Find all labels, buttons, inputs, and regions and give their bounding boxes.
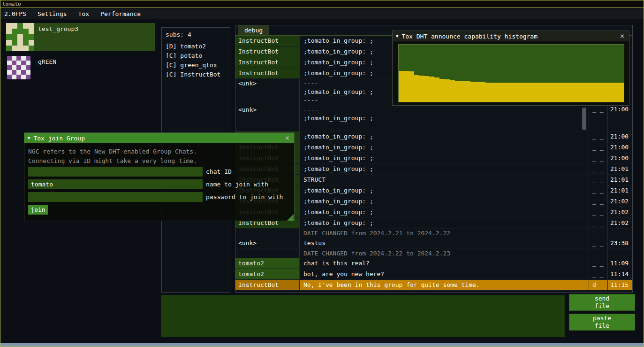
close-icon[interactable]: × xyxy=(619,32,626,40)
join-password-label: password to join with xyxy=(206,193,283,200)
date-separator-text: DATE CHANGED from 2024.2.22 to 2024.2.23 xyxy=(300,249,589,258)
message-time: 11:15 xyxy=(607,280,632,290)
message-row[interactable]: InstructBot;tomato_in_group: ;_ _21:00 xyxy=(235,142,632,153)
histogram-bar xyxy=(614,83,619,102)
message-flags: _ _ xyxy=(589,258,607,269)
menu-item-settings[interactable]: Settings xyxy=(32,10,73,17)
paste-file-button[interactable]: paste file xyxy=(569,314,635,331)
histogram-bar xyxy=(593,83,598,102)
message-row[interactable]: tomato2bot, are you new here?_ _11:14 xyxy=(235,269,632,280)
collapse-arrow-icon[interactable]: ▼ xyxy=(396,34,398,39)
message-row[interactable]: <unk>---- ;tomato_in_group: ; ----_ _21:… xyxy=(235,105,632,131)
message-time: 21:00 xyxy=(607,105,632,131)
menu: SettingsToxPerformance xyxy=(32,8,146,19)
join-name-input[interactable] xyxy=(28,179,203,189)
histogram-bar xyxy=(429,77,434,102)
message-row[interactable]: InstructBot;tomato_in_group: ;_ _21:02 xyxy=(235,218,632,229)
message-flags: _ _ xyxy=(589,164,607,174)
histogram-bar xyxy=(516,83,522,102)
chat-scrollbar-thumb[interactable] xyxy=(582,108,586,130)
join-group-window: ▼ Tox join Group × NGC refers to the New… xyxy=(24,132,295,221)
message-flags: _ _ xyxy=(589,131,607,142)
message-text: No, I've been in this group for quite so… xyxy=(300,280,589,290)
menu-item-tox[interactable]: Tox xyxy=(73,10,95,17)
group-item-gREEN[interactable]: gREEN xyxy=(4,56,155,79)
histogram-bar xyxy=(491,83,496,102)
join-window-titlebar[interactable]: ▼ Tox join Group × xyxy=(24,133,294,143)
join-window-body: NGC refers to the New DHT enabled Group … xyxy=(24,143,294,221)
histogram-bar xyxy=(522,83,527,102)
message-row[interactable]: InstructBotSTRUCT_ _21:01 xyxy=(235,175,632,185)
group-item-test_group3[interactable]: test_group3 xyxy=(4,23,155,51)
histogram-bar xyxy=(527,83,532,102)
histogram-window-titlebar[interactable]: ▼ Tox DHT announce capability histogram … xyxy=(393,31,629,41)
histogram-bar xyxy=(578,83,583,102)
message-row[interactable]: InstructBot;tomato_in_group: ;_ _21:00 xyxy=(235,131,632,142)
member-item[interactable]: [C] green_qtox xyxy=(166,61,230,70)
join-password-input[interactable] xyxy=(28,192,203,202)
message-row[interactable]: <unk>testus_ _23:38 xyxy=(235,238,632,249)
members-count: subs: 4 xyxy=(166,31,230,38)
send-file-button[interactable]: send file xyxy=(569,294,635,311)
message-flags: _ _ xyxy=(589,196,607,207)
message-time: 21:00 xyxy=(607,131,632,142)
tab-debug[interactable]: debug xyxy=(238,25,269,35)
message-row[interactable]: InstructBot;tomato_in_group: ;_ _21:02 xyxy=(235,196,632,207)
group-avatar xyxy=(4,23,34,51)
window-title: tomato xyxy=(2,1,21,7)
message-text: ;tomato_in_group: ; xyxy=(300,218,589,228)
message-row[interactable]: InstructBot;tomato_in_group: ;_ _21:02 xyxy=(235,207,632,218)
message-sender: <unk> xyxy=(235,238,300,248)
histogram-bar xyxy=(414,75,419,102)
message-input[interactable] xyxy=(161,295,565,337)
message-text: ;tomato_in_group: ; xyxy=(300,185,589,196)
histogram-bar xyxy=(485,83,491,102)
menu-item-performance[interactable]: Performance xyxy=(95,10,146,17)
chat-id-input[interactable] xyxy=(28,167,203,177)
group-name: test_group3 xyxy=(38,25,78,32)
message-time: 21:01 xyxy=(607,164,632,174)
histogram-bar xyxy=(557,83,562,102)
message-row[interactable]: InstructBot;tomato_in_group: ;_ _21:00 xyxy=(235,153,632,164)
message-time xyxy=(607,229,632,238)
join-hint-line: NGC refers to the New DHT enabled Group … xyxy=(28,147,290,156)
histogram-bar xyxy=(603,83,608,102)
message-flags: _ _ xyxy=(589,269,607,279)
collapse-arrow-icon[interactable]: ▼ xyxy=(28,136,30,140)
message-row[interactable]: tomato2chat is this real?_ _11:09 xyxy=(235,258,632,269)
chat-id-label: chat ID xyxy=(206,168,232,175)
histogram-bar xyxy=(434,77,439,102)
message-row[interactable]: InstructBotNo, I've been in this group f… xyxy=(235,280,632,291)
histogram-bar xyxy=(511,83,516,102)
join-button[interactable]: join xyxy=(28,205,48,215)
member-item[interactable]: [C] InstructBot xyxy=(166,70,230,79)
member-item[interactable]: [D] tomato2 xyxy=(166,42,230,51)
histogram-bar xyxy=(424,76,430,102)
message-sender: tomato2 xyxy=(235,269,300,279)
message-time: 21:01 xyxy=(607,175,632,185)
close-icon[interactable]: × xyxy=(284,134,291,142)
histogram-bar xyxy=(573,83,578,102)
date-separator-row[interactable]: DATE CHANGED from 2024.2.21 to 2024.2.22 xyxy=(235,229,632,238)
message-row[interactable]: InstructBot;tomato_in_group: ;_ _21:01 xyxy=(235,185,632,196)
menubar: 2.0FPS SettingsToxPerformance xyxy=(0,8,644,19)
message-time: 21:02 xyxy=(607,196,632,207)
date-separator-row[interactable]: DATE CHANGED from 2024.2.22 to 2024.2.23 xyxy=(235,249,632,258)
join-window-title: Tox join Group xyxy=(33,135,280,142)
histogram-bar xyxy=(460,81,465,102)
window-titlebar: tomato xyxy=(0,0,644,8)
histogram-bar xyxy=(532,83,537,102)
histogram-bar xyxy=(404,71,409,102)
histogram-bar xyxy=(465,81,470,102)
message-sender: InstructBot xyxy=(235,68,300,78)
message-sender: InstructBot xyxy=(235,57,300,68)
message-flags: _ _ xyxy=(589,153,607,163)
resize-grip-icon[interactable] xyxy=(287,214,294,221)
message-sender: tomato2 xyxy=(235,258,300,269)
histogram-plot xyxy=(398,44,624,102)
histogram-bar xyxy=(619,83,624,102)
histogram-bar xyxy=(445,79,450,102)
member-item[interactable]: [C] potato xyxy=(166,51,230,61)
date-separator-text: DATE CHANGED from 2024.2.21 to 2024.2.22 xyxy=(300,229,589,238)
message-row[interactable]: InstructBot;tomato_in_group: ;_ _21:01 xyxy=(235,164,632,175)
